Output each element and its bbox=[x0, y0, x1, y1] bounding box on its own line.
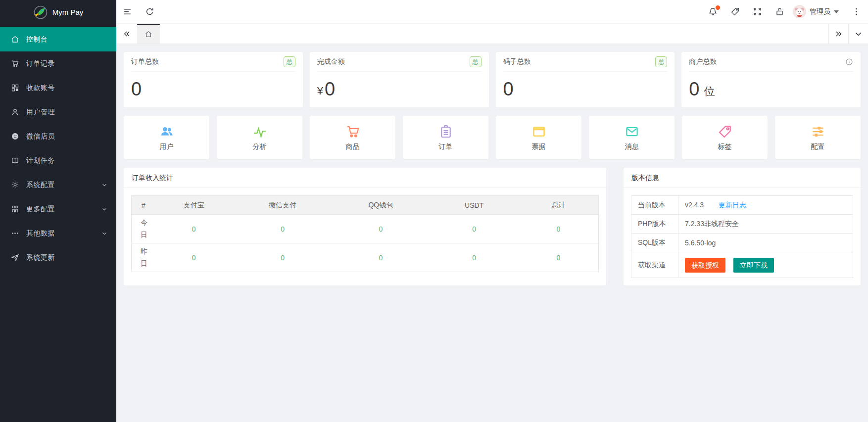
info-icon[interactable] bbox=[845, 58, 853, 66]
version-row-channel: 获取渠道 获取授权 立即下载 bbox=[631, 252, 853, 278]
total-badge: 总 bbox=[655, 56, 667, 67]
shortcut-settings[interactable]: 配置 bbox=[775, 116, 861, 159]
sidebar-item-label: 其他数据 bbox=[26, 229, 55, 238]
version-row-php: PHP版本 7.2.33非线程安全 bbox=[631, 215, 853, 234]
stat-card-row: 订单总数 总 0 完成金额 总 ¥ 0 bbox=[124, 52, 861, 107]
page-content: 订单总数 总 0 完成金额 总 ¥ 0 bbox=[116, 44, 868, 422]
cart-icon bbox=[10, 59, 19, 68]
shortcut-products[interactable]: 商品 bbox=[310, 116, 395, 159]
row-label: PHP版本 bbox=[631, 215, 678, 234]
cell-value: 0 bbox=[154, 243, 234, 272]
home-icon bbox=[10, 35, 19, 44]
shortcut-tags[interactable]: 标签 bbox=[682, 116, 768, 159]
version-info-panel: 版本信息 当前版本 v2.4.3 更新日志 PHP版本 bbox=[624, 168, 861, 285]
php-version-value: 7.2.33非线程安全 bbox=[678, 215, 853, 234]
refresh-icon[interactable] bbox=[145, 7, 154, 17]
app-root: Mym Pay 控制台 订单记录 收款账号 用户管理 微信店员 bbox=[0, 0, 868, 422]
get-authorization-button[interactable]: 获取授权 bbox=[685, 258, 725, 273]
shortcut-label: 商品 bbox=[346, 142, 360, 151]
stat-value: 0 bbox=[689, 79, 699, 100]
row-label: 昨日 bbox=[132, 243, 154, 272]
pulse-icon bbox=[252, 124, 267, 140]
sidebar-item-system-update[interactable]: 系统更新 bbox=[0, 245, 116, 270]
cell-value: 0 bbox=[332, 243, 430, 272]
sidebar-item-dashboard[interactable]: 控制台 bbox=[0, 27, 116, 51]
current-version-value: v2.4.3 bbox=[685, 201, 704, 209]
shortcut-messages[interactable]: 消息 bbox=[589, 116, 675, 159]
avatar[interactable] bbox=[793, 5, 806, 18]
total-badge: 总 bbox=[470, 56, 482, 67]
sidebar-item-more-config[interactable]: 更多配置 bbox=[0, 197, 116, 221]
chevron-down-icon bbox=[101, 182, 107, 188]
ticket-icon bbox=[531, 124, 546, 140]
rocket-logo-icon bbox=[33, 5, 48, 20]
order-income-panel: 订单收入统计 # 支付宝 微信支付 QQ钱包 USDT bbox=[124, 168, 606, 285]
more-options-icon[interactable] bbox=[851, 7, 861, 17]
scroll-tabs-left-icon[interactable] bbox=[116, 24, 137, 44]
sidebar-item-user-management[interactable]: 用户管理 bbox=[0, 100, 116, 124]
row-label: 当前版本 bbox=[631, 196, 678, 215]
total-badge: 总 bbox=[284, 56, 295, 67]
sidebar-item-label: 订单记录 bbox=[26, 59, 55, 68]
collapse-sidebar-icon[interactable] bbox=[122, 7, 132, 17]
shortcut-users[interactable]: 用户 bbox=[124, 116, 209, 159]
shortcut-label: 配置 bbox=[811, 142, 825, 151]
fullscreen-icon[interactable] bbox=[752, 7, 762, 17]
stat-card-total-orders: 订单总数 总 0 bbox=[124, 52, 303, 107]
col-header: 总计 bbox=[519, 196, 599, 215]
sidebar-item-system-config[interactable]: 系统配置 bbox=[0, 173, 116, 197]
tag-icon[interactable] bbox=[730, 7, 740, 17]
stat-title: 码子总数 bbox=[503, 57, 531, 66]
cell-value: 0 bbox=[154, 215, 234, 243]
sidebar-item-scheduled-tasks[interactable]: 计划任务 bbox=[0, 148, 116, 173]
notifications-bell-icon[interactable] bbox=[708, 7, 718, 17]
sidebar-item-wechat-clerk[interactable]: 微信店员 bbox=[0, 124, 116, 148]
shortcut-tickets[interactable]: 票据 bbox=[496, 116, 581, 159]
grid-icon bbox=[10, 205, 19, 214]
book-icon bbox=[10, 156, 19, 165]
user-menu[interactable]: 管理员 bbox=[793, 5, 839, 18]
sidebar-item-other-data[interactable]: 其他数据 bbox=[0, 221, 116, 245]
sidebar-item-receiving-accounts[interactable]: 收款账号 bbox=[0, 76, 116, 100]
sliders-icon bbox=[811, 124, 825, 140]
sidebar-item-order-records[interactable]: 订单记录 bbox=[0, 51, 116, 76]
col-header: QQ钱包 bbox=[332, 196, 430, 215]
mail-icon bbox=[625, 124, 639, 140]
changelog-link[interactable]: 更新日志 bbox=[719, 201, 746, 209]
col-header: 支付宝 bbox=[154, 196, 234, 215]
notification-dot bbox=[716, 5, 720, 10]
stat-value: 0 bbox=[325, 79, 335, 100]
chevron-down-icon bbox=[101, 206, 107, 212]
table-row-yesterday: 昨日 0 0 0 0 0 bbox=[132, 243, 599, 272]
stat-card-total-codes: 码子总数 总 0 bbox=[496, 52, 675, 107]
shortcut-label: 消息 bbox=[625, 142, 639, 151]
tab-options-icon[interactable] bbox=[848, 24, 868, 44]
tab-home[interactable] bbox=[137, 24, 160, 44]
cell-value: 0 bbox=[234, 215, 332, 243]
shortcut-orders[interactable]: 订单 bbox=[403, 116, 488, 159]
cell-value: 0 bbox=[519, 215, 599, 243]
scroll-tabs-right-icon[interactable] bbox=[828, 24, 848, 44]
table-row-today: 今日 0 0 0 0 0 bbox=[132, 215, 599, 243]
stat-card-completed-amount: 完成金额 总 ¥ 0 bbox=[310, 52, 489, 107]
tab-strip-spacer bbox=[160, 24, 828, 44]
sidebar-item-label: 系统更新 bbox=[26, 253, 55, 262]
shortcut-label: 标签 bbox=[718, 142, 732, 151]
ellipsis-icon bbox=[10, 229, 19, 238]
lock-icon[interactable] bbox=[774, 7, 784, 17]
shortcut-label: 票据 bbox=[532, 142, 546, 151]
download-now-button[interactable]: 立即下载 bbox=[733, 258, 774, 273]
shortcut-label: 用户 bbox=[160, 142, 174, 151]
top-header: 管理员 bbox=[116, 0, 868, 24]
user-name: 管理员 bbox=[810, 7, 830, 16]
stat-value: 0 bbox=[503, 79, 514, 100]
cell-value: 0 bbox=[332, 215, 430, 243]
income-table-header-row: # 支付宝 微信支付 QQ钱包 USDT 总计 bbox=[132, 196, 599, 215]
stat-unit: 位 bbox=[704, 79, 715, 99]
cart-icon bbox=[345, 124, 360, 140]
shortcut-label: 订单 bbox=[439, 142, 453, 151]
row-label: SQL版本 bbox=[631, 234, 678, 252]
shortcut-analytics[interactable]: 分析 bbox=[217, 116, 302, 159]
sidebar-item-label: 控制台 bbox=[26, 35, 48, 44]
col-header: 微信支付 bbox=[234, 196, 332, 215]
